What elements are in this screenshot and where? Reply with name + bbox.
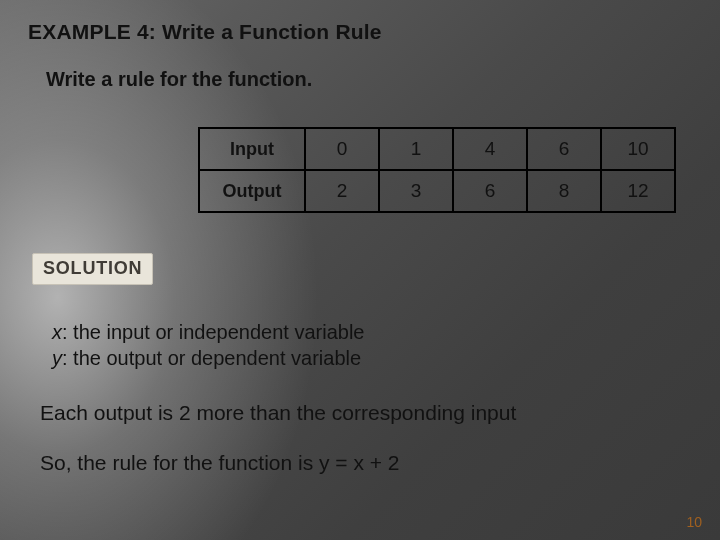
cell: 0 — [305, 128, 379, 170]
y-definition: y: the output or dependent variable — [52, 345, 692, 371]
variable-definitions: x: the input or independent variable y: … — [52, 319, 692, 371]
cell: 1 — [379, 128, 453, 170]
cell: 8 — [527, 170, 601, 212]
problem-prompt: Write a rule for the function. — [46, 68, 692, 91]
table-row: Output 2 3 6 8 12 — [199, 170, 675, 212]
page-number: 10 — [686, 514, 702, 530]
row-label-output: Output — [199, 170, 305, 212]
row-label-input: Input — [199, 128, 305, 170]
y-text: : the output or dependent variable — [62, 347, 361, 369]
observation-line: Each output is 2 more than the correspon… — [40, 401, 692, 425]
table-row: Input 0 1 4 6 10 — [199, 128, 675, 170]
io-table: Input 0 1 4 6 10 Output 2 3 6 8 12 — [198, 127, 676, 213]
cell: 2 — [305, 170, 379, 212]
cell: 6 — [453, 170, 527, 212]
cell: 3 — [379, 170, 453, 212]
cell: 6 — [527, 128, 601, 170]
cell: 12 — [601, 170, 675, 212]
x-text: : the input or independent variable — [62, 321, 364, 343]
x-definition: x: the input or independent variable — [52, 319, 692, 345]
y-var: y — [52, 347, 62, 369]
solution-badge: SOLUTION — [32, 253, 153, 285]
slide-title: EXAMPLE 4: Write a Function Rule — [28, 20, 692, 44]
cell: 10 — [601, 128, 675, 170]
cell: 4 — [453, 128, 527, 170]
slide: EXAMPLE 4: Write a Function Rule Write a… — [0, 0, 720, 540]
x-var: x — [52, 321, 62, 343]
rule-line: So, the rule for the function is y = x +… — [40, 451, 692, 475]
